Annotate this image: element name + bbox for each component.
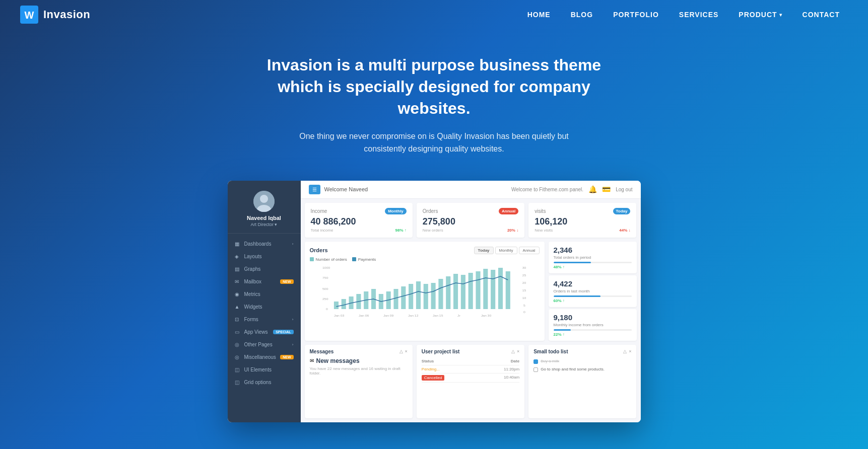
dashboard-wrapper: Naveed Iqbal Art Director ▾ ▦Dashboards›… <box>0 171 868 422</box>
db-project-header: Status Date <box>422 357 519 365</box>
db-messages-close[interactable]: × <box>405 349 408 354</box>
svg-text:Jr: Jr <box>457 314 460 317</box>
db-chart-section: Orders Today Monthly Annual Number of or… <box>301 242 641 345</box>
db-chart-btn-monthly[interactable]: Monthly <box>495 247 517 254</box>
db-chart-panel: Orders Today Monthly Annual Number of or… <box>305 242 545 341</box>
db-stat-footer-label-0: Total income <box>311 228 333 233</box>
db-legend-payments: Payments <box>352 257 376 262</box>
db-project-row-2: Cancelled 10:40am <box>422 373 519 383</box>
db-right-stat-2: 9,180 Monthly income from orders 22% ↑ <box>549 309 637 341</box>
logo[interactable]: W Invasion <box>20 6 90 24</box>
db-menu-toggle[interactable]: ☰ <box>309 185 320 194</box>
db-new-messages-row: ✉ New messages <box>310 357 408 364</box>
svg-rect-17 <box>333 302 338 309</box>
db-sidebar-badge-9: NEW <box>280 355 293 359</box>
db-notification-icon[interactable]: 🔔 <box>588 185 597 193</box>
db-sidebar-icon-3: ✉ <box>235 279 241 284</box>
db-sidebar-item-10[interactable]: ◫UI Elements <box>228 363 301 376</box>
db-sidebar-icon-0: ▦ <box>235 241 241 247</box>
db-sidebar-item-9[interactable]: ◎MiscellaneousNEW <box>228 351 301 363</box>
db-right-stat-pct-2: 22% ↑ <box>554 332 632 337</box>
db-right-stat-value-2: 9,180 <box>554 313 632 322</box>
svg-rect-34 <box>460 275 465 309</box>
db-stat-footer-label-2: New visits <box>535 228 553 233</box>
db-sidebar-item-2[interactable]: ▤Graphs <box>228 263 301 275</box>
nav-portfolio[interactable]: PORTFOLIO <box>605 7 667 23</box>
db-panel-text: Welcome to Fitheme.com panel. <box>511 187 583 192</box>
db-messages-controls[interactable]: △ × <box>399 349 408 354</box>
db-project-controls[interactable]: △ × <box>511 349 519 354</box>
db-stat-card-2: visits Today 106,120 New visits 44% ↓ <box>528 203 636 238</box>
db-sidebar-badge-7: SPECIAL <box>273 330 293 334</box>
svg-rect-30 <box>431 283 435 309</box>
nav-services[interactable]: SERVICES <box>671 7 727 23</box>
db-messages-title: Messages <box>310 349 334 354</box>
db-widgets-row: Messages △ × ✉ New messages You have 22 … <box>301 345 641 422</box>
db-todo-close[interactable]: × <box>629 349 631 354</box>
nav-blog[interactable]: BLOG <box>563 7 601 23</box>
db-sidebar: Naveed Iqbal Art Director ▾ ▦Dashboards›… <box>228 181 301 422</box>
db-sidebar-item-4[interactable]: ◉Metrics <box>228 288 301 301</box>
svg-rect-37 <box>483 269 488 309</box>
db-todo-widget-header: Small todo list △ × <box>533 349 631 354</box>
nav-home[interactable]: HOME <box>519 7 559 23</box>
db-chart-title: Orders <box>310 247 328 253</box>
db-right-stat-pct-1: 60% ↑ <box>554 298 632 303</box>
db-sidebar-item-8[interactable]: ◎Other Pages› <box>228 338 301 351</box>
db-sidebar-item-3[interactable]: ✉MailboxNEW <box>228 275 301 288</box>
db-sidebar-label-4: Metrics <box>244 291 294 297</box>
db-logout[interactable]: Log out <box>616 187 632 192</box>
db-chart-legend: Number of orders Payments <box>310 257 540 262</box>
svg-text:0: 0 <box>325 307 327 311</box>
nav-contact[interactable]: CONTACT <box>794 7 848 23</box>
db-project-expand[interactable]: △ <box>511 349 515 354</box>
db-stat-title-1: Orders <box>423 208 438 214</box>
db-sidebar-label-8: Other Pages <box>244 342 289 347</box>
db-sidebar-item-0[interactable]: ▦Dashboards› <box>228 238 301 250</box>
db-chart-btn-annual[interactable]: Annual <box>519 247 540 254</box>
db-messages-widget: Messages △ × ✉ New messages You have 22 … <box>305 345 413 418</box>
nav-links: HOME BLOG PORTFOLIO SERVICES PRODUCT ▾ C… <box>519 7 848 23</box>
db-todo-checkbox-2[interactable] <box>533 367 538 372</box>
db-stat-footer-0: Total income 98% ↑ <box>311 228 407 233</box>
nav-product[interactable]: PRODUCT ▾ <box>730 7 790 23</box>
db-paypal-icon[interactable]: 💳 <box>602 185 611 193</box>
svg-rect-28 <box>416 281 420 309</box>
svg-text:0: 0 <box>523 310 525 314</box>
db-sidebar-icon-4: ◉ <box>235 291 241 297</box>
dashboard-container: Naveed Iqbal Art Director ▾ ▦Dashboards›… <box>228 181 641 422</box>
db-project-title: User project list <box>422 349 460 354</box>
db-stat-header-1: Orders Annual <box>423 208 518 214</box>
db-sidebar-item-1[interactable]: ◈Layouts <box>228 250 301 263</box>
db-sidebar-label-9: Miscellaneous <box>244 354 277 360</box>
db-chart-btn-today[interactable]: Today <box>474 247 494 254</box>
db-todo-widget: Small todo list △ × Buy a milk Go to sho… <box>528 345 636 418</box>
svg-text:Jan 03: Jan 03 <box>333 314 344 317</box>
db-messages-expand[interactable]: △ <box>399 349 403 354</box>
svg-text:20: 20 <box>522 281 526 284</box>
db-status-cancelled: Cancelled <box>422 375 445 381</box>
db-status-pending: Pending... <box>422 367 440 371</box>
db-sidebar-chevron-0: › <box>292 242 294 246</box>
db-todo-controls[interactable]: △ × <box>623 349 631 354</box>
db-sidebar-label-5: Widgets <box>244 304 294 310</box>
db-stat-change-1: 20% ↓ <box>507 228 518 233</box>
db-todo-checkbox-1[interactable] <box>533 359 538 364</box>
svg-rect-38 <box>491 270 495 309</box>
db-sidebar-menu: ▦Dashboards›◈Layouts▤Graphs✉MailboxNEW◉M… <box>228 234 301 393</box>
db-sidebar-item-7[interactable]: ▭App ViewsSPECIAL <box>228 326 301 338</box>
db-sidebar-item-11[interactable]: ◫Grid options <box>228 376 301 389</box>
svg-text:1000: 1000 <box>322 266 330 269</box>
db-stat-value-0: 40 886,200 <box>311 216 407 227</box>
db-sidebar-item-5[interactable]: ▲Widgets <box>228 301 301 313</box>
db-stat-title-0: Income <box>311 208 327 214</box>
db-sidebar-item-6[interactable]: ⊡Forms› <box>228 313 301 326</box>
db-project-widget-header: User project list △ × <box>422 349 519 354</box>
db-project-close[interactable]: × <box>517 349 519 354</box>
db-right-stat-label-1: Orders in last month <box>554 289 632 293</box>
db-todo-expand[interactable]: △ <box>623 349 627 354</box>
svg-rect-40 <box>505 271 510 309</box>
svg-text:Jan 15: Jan 15 <box>432 314 443 317</box>
db-sidebar-label-2: Graphs <box>244 266 294 272</box>
svg-text:W: W <box>25 10 34 21</box>
